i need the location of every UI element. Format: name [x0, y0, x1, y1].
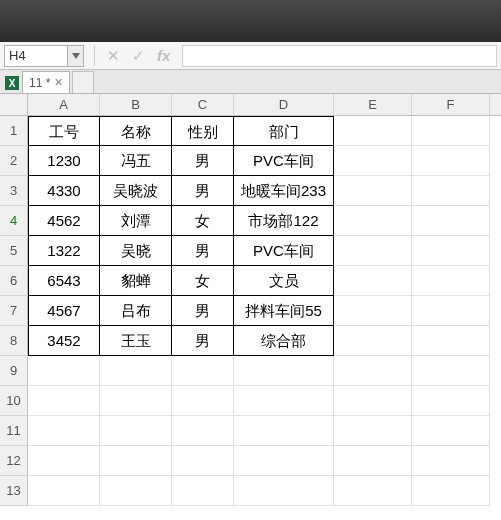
close-icon[interactable]: ✕ — [54, 76, 63, 89]
cell[interactable] — [334, 146, 412, 176]
cell[interactable] — [334, 446, 412, 476]
col-header[interactable]: D — [234, 94, 334, 115]
cell[interactable] — [100, 386, 172, 416]
fx-icon[interactable]: fx — [157, 47, 170, 64]
cell[interactable] — [412, 296, 490, 326]
row-header[interactable]: 6 — [0, 266, 28, 296]
cell[interactable] — [334, 416, 412, 446]
cell[interactable]: 1230 — [28, 146, 100, 176]
cell[interactable]: 女 — [172, 266, 234, 296]
cell[interactable]: 市场部122 — [234, 206, 334, 236]
cell[interactable]: 男 — [172, 296, 234, 326]
cell[interactable]: 王玉 — [100, 326, 172, 356]
cell[interactable]: 吴晓 — [100, 236, 172, 266]
cell[interactable] — [412, 386, 490, 416]
cell[interactable] — [334, 386, 412, 416]
cell[interactable]: 综合部 — [234, 326, 334, 356]
row-header[interactable]: 11 — [0, 416, 28, 446]
cell[interactable] — [28, 416, 100, 446]
col-header[interactable]: B — [100, 94, 172, 115]
cell[interactable] — [334, 296, 412, 326]
cell[interactable] — [234, 386, 334, 416]
cell[interactable] — [412, 116, 490, 146]
row-header[interactable]: 3 — [0, 176, 28, 206]
cell[interactable] — [28, 386, 100, 416]
cell[interactable]: 吕布 — [100, 296, 172, 326]
row-header[interactable]: 4 — [0, 206, 28, 236]
cell[interactable] — [334, 206, 412, 236]
row-header[interactable]: 13 — [0, 476, 28, 506]
cell[interactable] — [234, 476, 334, 506]
name-box[interactable] — [4, 45, 68, 67]
cell[interactable]: 6543 — [28, 266, 100, 296]
cell[interactable]: 3452 — [28, 326, 100, 356]
cell[interactable]: PVC车间 — [234, 236, 334, 266]
cell[interactable] — [172, 386, 234, 416]
cell[interactable] — [100, 416, 172, 446]
new-tab-button[interactable] — [72, 71, 94, 93]
row-header[interactable]: 1 — [0, 116, 28, 146]
cell[interactable] — [412, 446, 490, 476]
cell[interactable] — [412, 416, 490, 446]
cell[interactable] — [412, 266, 490, 296]
cell[interactable]: 文员 — [234, 266, 334, 296]
cell[interactable] — [28, 446, 100, 476]
cell[interactable]: PVC车间 — [234, 146, 334, 176]
row-header[interactable]: 9 — [0, 356, 28, 386]
name-box-dropdown[interactable] — [68, 45, 84, 67]
cell[interactable] — [334, 356, 412, 386]
cell[interactable] — [234, 446, 334, 476]
cell[interactable]: 4567 — [28, 296, 100, 326]
cancel-icon[interactable]: ✕ — [107, 47, 120, 65]
spreadsheet-grid[interactable]: A B C D E F 1工号名称性别部门21230冯五男PVC车间34330吴… — [0, 94, 501, 506]
select-all-corner[interactable] — [0, 94, 28, 115]
cell[interactable] — [334, 266, 412, 296]
cell[interactable] — [412, 236, 490, 266]
cell[interactable] — [28, 476, 100, 506]
cell[interactable] — [172, 476, 234, 506]
cell[interactable] — [100, 476, 172, 506]
cell[interactable] — [334, 176, 412, 206]
cell[interactable] — [334, 236, 412, 266]
cell[interactable]: 男 — [172, 236, 234, 266]
cell[interactable]: 刘潭 — [100, 206, 172, 236]
cell[interactable]: 吴晓波 — [100, 176, 172, 206]
cell[interactable]: 冯五 — [100, 146, 172, 176]
col-header[interactable]: C — [172, 94, 234, 115]
cell[interactable] — [412, 176, 490, 206]
cell[interactable] — [334, 116, 412, 146]
workbook-tab[interactable]: 11 * ✕ — [22, 71, 70, 93]
cell[interactable]: 男 — [172, 176, 234, 206]
cell[interactable] — [412, 146, 490, 176]
cell[interactable]: 4330 — [28, 176, 100, 206]
cell[interactable]: 男 — [172, 146, 234, 176]
col-header[interactable]: F — [412, 94, 490, 115]
cell[interactable]: 工号 — [28, 116, 100, 146]
cell[interactable] — [412, 476, 490, 506]
cell[interactable] — [100, 356, 172, 386]
cell[interactable] — [28, 356, 100, 386]
row-header[interactable]: 12 — [0, 446, 28, 476]
confirm-icon[interactable]: ✓ — [132, 47, 145, 65]
cell[interactable]: 貂蝉 — [100, 266, 172, 296]
cell[interactable] — [172, 356, 234, 386]
formula-input[interactable] — [182, 45, 497, 67]
cell[interactable]: 地暖车间233 — [234, 176, 334, 206]
cell[interactable] — [334, 326, 412, 356]
cell[interactable] — [100, 446, 172, 476]
cell[interactable]: 4562 — [28, 206, 100, 236]
cell[interactable] — [412, 326, 490, 356]
cell[interactable]: 女 — [172, 206, 234, 236]
cell[interactable]: 1322 — [28, 236, 100, 266]
row-header[interactable]: 5 — [0, 236, 28, 266]
cell[interactable] — [172, 416, 234, 446]
col-header[interactable]: E — [334, 94, 412, 115]
cell[interactable]: 名称 — [100, 116, 172, 146]
row-header[interactable]: 2 — [0, 146, 28, 176]
row-header[interactable]: 7 — [0, 296, 28, 326]
cell[interactable]: 性别 — [172, 116, 234, 146]
cell[interactable] — [412, 356, 490, 386]
col-header[interactable]: A — [28, 94, 100, 115]
cell[interactable]: 部门 — [234, 116, 334, 146]
cell[interactable]: 拌料车间55 — [234, 296, 334, 326]
